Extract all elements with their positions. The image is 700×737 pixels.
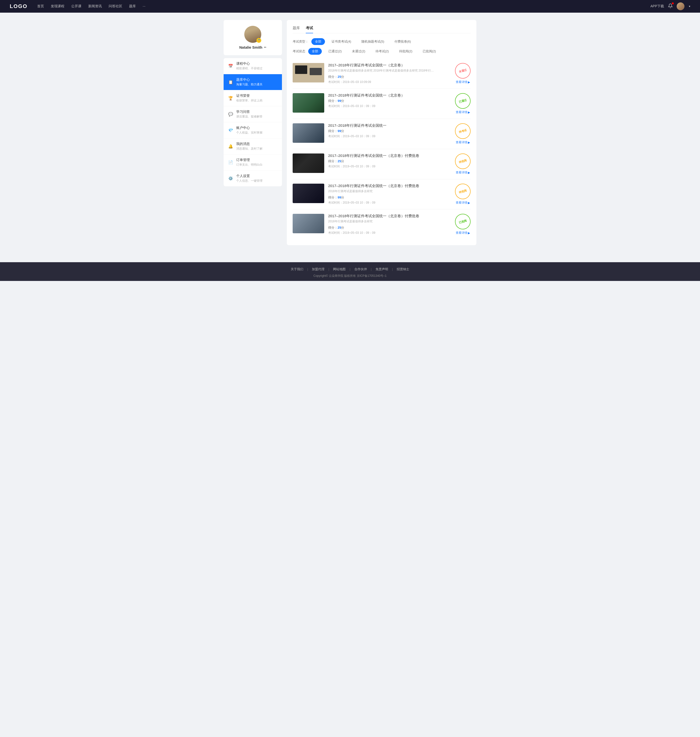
footer-link-2[interactable]: 网站地图 bbox=[329, 267, 350, 271]
exam-action-5: 待批阅 查看详情 ▶ bbox=[455, 184, 471, 205]
exam-detail-link-5[interactable]: 查看详情 ▶ bbox=[456, 200, 470, 205]
detail-link-arrow-icon-1: ▶ bbox=[468, 81, 470, 84]
exam-time-5: 考试时间：2019–05–03 10：09：09 bbox=[328, 200, 451, 205]
filter-status-btn-全部[interactable]: 全部 bbox=[308, 48, 322, 55]
exam-score-val-1: 25 bbox=[338, 75, 341, 78]
filter-status-btn-已通过(2)[interactable]: 已通过(2) bbox=[325, 48, 346, 55]
filter-status-row: 考试状态 全部已通过(2)未通过(2)待考试(2)待批阅(2)已批阅(2) bbox=[293, 48, 471, 55]
logo: LOGO bbox=[10, 3, 28, 9]
bank-menu-icon: 📋 bbox=[228, 80, 233, 85]
filter-status-btn-待考试(2)[interactable]: 待考试(2) bbox=[372, 48, 393, 55]
exam-thumb-1 bbox=[293, 63, 324, 83]
exam-score-1: 得分：25分 bbox=[328, 75, 451, 79]
detail-link-arrow-icon-3: ▶ bbox=[468, 141, 470, 144]
app-download-link[interactable]: APP下载 bbox=[650, 4, 664, 9]
settings-menu-title: 个人设置 bbox=[236, 174, 278, 178]
tab-questionbank[interactable]: 题库 bbox=[293, 26, 300, 33]
settings-menu-sub: 个人信息、一键管理 bbox=[236, 179, 278, 183]
sidebar-item-order[interactable]: 📄 订单管理 订单支出、明明白白 bbox=[224, 155, 282, 171]
exam-thumb-2 bbox=[293, 93, 324, 113]
exam-status-stamp-3: 待考试 bbox=[453, 122, 472, 141]
sidebar-item-course[interactable]: 📅 课程中心 精彩课程、不容错过 bbox=[224, 58, 282, 74]
exam-info-1: 2017–2018年行测证件考试全国统一（北京卷） 2018年行测考试是最值得多… bbox=[328, 63, 451, 84]
exam-detail-link-4[interactable]: 查看详情 ▶ bbox=[456, 171, 470, 175]
filter-status-btn-已批阅(2)[interactable]: 已批阅(2) bbox=[419, 48, 440, 55]
course-menu-title: 课程中心 bbox=[236, 62, 278, 66]
filter-type-btn-付费批卷(6)[interactable]: 付费批卷(6) bbox=[391, 38, 415, 45]
footer-link-4[interactable]: 免责声明 bbox=[372, 267, 392, 271]
exam-detail-link-2[interactable]: 查看详情 ▶ bbox=[456, 110, 470, 114]
footer-link-0[interactable]: 关于我们 bbox=[287, 267, 307, 271]
nav-link-bank[interactable]: 题库 bbox=[129, 4, 136, 9]
nav-link-discover[interactable]: 发现课程 bbox=[51, 4, 65, 9]
course-menu-icon: 📅 bbox=[228, 63, 233, 69]
exam-score-val-2: 99 bbox=[338, 99, 341, 103]
exam-info-6: 2017–2018年行测证件考试全国统一（北京卷）付费批卷 2018年行测考试是… bbox=[328, 214, 451, 235]
main-container: 🏅 Natalie Smith ✏ 📅 课程中心 精彩课程、不容错过 📋 题库中… bbox=[219, 13, 481, 252]
footer-link-3[interactable]: 合作伙伴 bbox=[350, 267, 371, 271]
sidebar-item-cert[interactable]: 🏆 证书荣誉 收获荣誉、持证上岗 bbox=[224, 90, 282, 106]
sidebar-item-account[interactable]: 💎 账户中心 个人权益、实时掌握 bbox=[224, 122, 282, 139]
navbar-nav: 首页发现课程公开课新闻资讯问答社区题库··· bbox=[37, 4, 650, 9]
exam-action-3: 待考试 查看详情 ▶ bbox=[455, 123, 471, 144]
profile-name-text: Natalie Smith bbox=[239, 45, 262, 49]
tab-exam[interactable]: 考试 bbox=[306, 26, 313, 33]
exam-score-3: 得分：99分 bbox=[328, 129, 451, 133]
exam-status-stamp-1: 未通过 bbox=[453, 61, 472, 80]
sidebar-menu: 📅 课程中心 精彩课程、不容错过 📋 题库中心 海量习题、助力通关 🏆 证书荣誉… bbox=[224, 58, 282, 186]
exam-item-4: 2017–2018年行测证件考试全国统一（北京卷）付费批卷 得分：25分 考试时… bbox=[293, 149, 471, 179]
profile-badge-icon: 🏅 bbox=[256, 38, 261, 43]
exam-info-2: 2017–2018年行测证件考试全国统一（北京卷） 得分：99分 考试时间：20… bbox=[328, 93, 451, 108]
profile-name: Natalie Smith ✏ bbox=[228, 45, 278, 49]
cert-menu-icon: 🏆 bbox=[228, 96, 233, 101]
cert-menu-title: 证书荣誉 bbox=[236, 94, 278, 98]
exam-item-1: 2017–2018年行测证件考试全国统一（北京卷） 2018年行测考试是最值得多… bbox=[293, 59, 471, 89]
exam-detail-link-6[interactable]: 查看详情 ▶ bbox=[456, 231, 470, 235]
exam-detail-link-1[interactable]: 查看详情 ▶ bbox=[456, 80, 470, 84]
exam-score-val-5: 99 bbox=[338, 196, 341, 199]
sidebar-item-bank[interactable]: 📋 题库中心 海量习题、助力通关 bbox=[224, 74, 282, 90]
detail-link-arrow-icon-6: ▶ bbox=[468, 231, 470, 235]
msg-menu-title: 我的消息 bbox=[236, 142, 278, 146]
sidebar-item-msg[interactable]: 🔔 我的消息 消息通知、及时了解 bbox=[224, 139, 282, 155]
navbar-right: APP下载 ▾ bbox=[650, 3, 690, 10]
exam-info-5: 2017–2018年行测证件考试全国统一（北京卷）付费批卷 2018年行测考试是… bbox=[328, 184, 451, 205]
footer-links: 关于我们|加盟代理|网站地图|合作伙伴|免责声明|招贤纳士 bbox=[0, 267, 700, 271]
nav-link-opencourse[interactable]: 公开课 bbox=[71, 4, 81, 9]
notification-badge bbox=[672, 3, 674, 4]
sidebar-profile: 🏅 Natalie Smith ✏ bbox=[224, 20, 282, 55]
exam-desc-5: 2018年行测考试是最值得多去研究 bbox=[328, 189, 445, 193]
sidebar-item-settings[interactable]: ⚙️ 个人设置 个人信息、一键管理 bbox=[224, 171, 282, 186]
user-menu-chevron-icon[interactable]: ▾ bbox=[689, 4, 690, 8]
exam-info-3: 2017–2018年行测证件考试全国统一 得分：99分 考试时间：2019–05… bbox=[328, 123, 451, 139]
user-avatar-nav[interactable] bbox=[676, 3, 684, 10]
exam-time-2: 考试时间：2019–05–03 10：09：09 bbox=[328, 104, 451, 108]
avatar-image bbox=[676, 3, 684, 10]
notification-bell-icon[interactable] bbox=[668, 3, 673, 9]
sidebar-item-qa[interactable]: 💬 学习问答 课后重温、疑难解答 bbox=[224, 106, 282, 122]
course-menu-sub: 精彩课程、不容错过 bbox=[236, 66, 278, 71]
filter-type-btn-随机抽题考试(5)[interactable]: 随机抽题考试(5) bbox=[358, 38, 388, 45]
nav-link-home[interactable]: 首页 bbox=[37, 4, 44, 9]
bank-menu-title: 题库中心 bbox=[236, 78, 278, 82]
filter-type-btn-证书类考试(4)[interactable]: 证书类考试(4) bbox=[328, 38, 355, 45]
filter-type-btn-全部[interactable]: 全部 bbox=[311, 38, 325, 45]
exam-score-4: 得分：25分 bbox=[328, 159, 451, 164]
sidebar: 🏅 Natalie Smith ✏ 📅 课程中心 精彩课程、不容错过 📋 题库中… bbox=[224, 20, 282, 245]
exam-time-3: 考试时间：2019–05–03 10：09：09 bbox=[328, 134, 451, 139]
nav-link-news[interactable]: 新闻资讯 bbox=[88, 4, 102, 9]
nav-link-more[interactable]: ··· bbox=[143, 4, 146, 9]
filter-status-btn-未通过(2)[interactable]: 未通过(2) bbox=[348, 48, 369, 55]
profile-edit-icon[interactable]: ✏ bbox=[264, 46, 266, 49]
exam-item-3: 2017–2018年行测证件考试全国统一 得分：99分 考试时间：2019–05… bbox=[293, 119, 471, 149]
filter-type-row: 考试类型： 全部证书类考试(4)随机抽题考试(5)付费批卷(6) bbox=[293, 38, 471, 45]
filter-status-btn-待批阅(2)[interactable]: 待批阅(2) bbox=[396, 48, 416, 55]
bank-menu-sub: 海量习题、助力通关 bbox=[236, 83, 278, 87]
msg-menu-icon: 🔔 bbox=[228, 144, 233, 149]
footer-link-5[interactable]: 招贤纳士 bbox=[393, 267, 413, 271]
nav-link-qa[interactable]: 问答社区 bbox=[109, 4, 122, 9]
exam-action-6: 已批阅 查看详情 ▶ bbox=[455, 214, 471, 235]
exam-detail-link-3[interactable]: 查看详情 ▶ bbox=[456, 140, 470, 144]
qa-menu-icon: 💬 bbox=[228, 112, 233, 117]
footer-link-1[interactable]: 加盟代理 bbox=[308, 267, 328, 271]
